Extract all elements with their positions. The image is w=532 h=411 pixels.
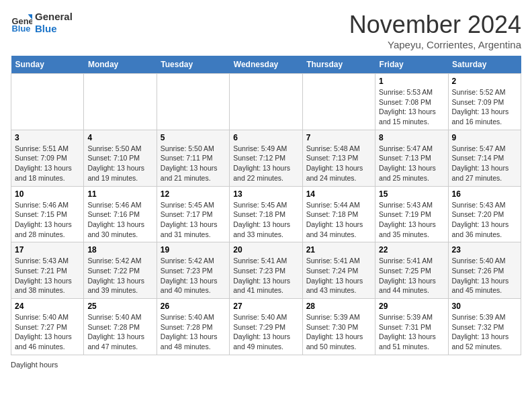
calendar-cell: 11Sunrise: 5:46 AMSunset: 7:16 PMDayligh… xyxy=(84,186,157,242)
day-info: Sunrise: 5:45 AMSunset: 7:18 PMDaylight:… xyxy=(233,200,298,240)
calendar-cell: 14Sunrise: 5:44 AMSunset: 7:18 PMDayligh… xyxy=(302,186,375,242)
day-info: Sunrise: 5:39 AMSunset: 7:31 PMDaylight:… xyxy=(379,312,444,352)
weekday-header-saturday: Saturday xyxy=(448,56,521,74)
calendar-cell: 4Sunrise: 5:50 AMSunset: 7:10 PMDaylight… xyxy=(84,130,157,186)
week-row-2: 10Sunrise: 5:46 AMSunset: 7:15 PMDayligh… xyxy=(11,186,521,242)
calendar: SundayMondayTuesdayWednesdayThursdayFrid… xyxy=(11,56,521,355)
day-number: 14 xyxy=(306,189,371,199)
calendar-cell: 21Sunrise: 5:41 AMSunset: 7:24 PMDayligh… xyxy=(302,242,375,299)
calendar-cell: 1Sunrise: 5:53 AMSunset: 7:08 PMDaylight… xyxy=(375,74,448,130)
calendar-cell: 12Sunrise: 5:45 AMSunset: 7:17 PMDayligh… xyxy=(157,186,229,242)
weekday-header-thursday: Thursday xyxy=(302,56,375,74)
day-info: Sunrise: 5:44 AMSunset: 7:18 PMDaylight:… xyxy=(306,200,371,240)
day-number: 7 xyxy=(306,133,371,142)
day-info: Sunrise: 5:40 AMSunset: 7:28 PMDaylight:… xyxy=(87,312,152,352)
day-number: 19 xyxy=(161,245,226,255)
day-number: 2 xyxy=(452,77,517,86)
footer-note: Daylight hours xyxy=(11,361,521,369)
day-info: Sunrise: 5:42 AMSunset: 7:23 PMDaylight:… xyxy=(161,256,226,295)
calendar-cell: 23Sunrise: 5:40 AMSunset: 7:26 PMDayligh… xyxy=(448,242,521,299)
day-info: Sunrise: 5:41 AMSunset: 7:25 PMDaylight:… xyxy=(379,256,444,295)
calendar-cell: 27Sunrise: 5:40 AMSunset: 7:29 PMDayligh… xyxy=(230,299,302,355)
day-number: 25 xyxy=(87,302,152,311)
calendar-cell: 5Sunrise: 5:50 AMSunset: 7:11 PMDaylight… xyxy=(157,130,229,186)
calendar-cell xyxy=(230,74,302,130)
day-info: Sunrise: 5:45 AMSunset: 7:17 PMDaylight:… xyxy=(161,200,226,240)
day-number: 30 xyxy=(452,302,517,311)
calendar-cell: 10Sunrise: 5:46 AMSunset: 7:15 PMDayligh… xyxy=(11,186,84,242)
day-number: 29 xyxy=(379,302,444,311)
calendar-cell: 6Sunrise: 5:49 AMSunset: 7:12 PMDaylight… xyxy=(230,130,302,186)
calendar-cell: 2Sunrise: 5:52 AMSunset: 7:09 PMDaylight… xyxy=(448,74,521,130)
calendar-cell: 25Sunrise: 5:40 AMSunset: 7:28 PMDayligh… xyxy=(84,299,157,355)
day-info: Sunrise: 5:47 AMSunset: 7:14 PMDaylight:… xyxy=(452,144,517,183)
day-number: 26 xyxy=(161,302,226,311)
day-info: Sunrise: 5:47 AMSunset: 7:13 PMDaylight:… xyxy=(379,144,444,183)
calendar-cell: 29Sunrise: 5:39 AMSunset: 7:31 PMDayligh… xyxy=(375,299,448,355)
logo-line2: Blue xyxy=(35,23,73,35)
day-number: 23 xyxy=(452,245,517,255)
day-number: 4 xyxy=(87,133,152,142)
calendar-cell: 30Sunrise: 5:39 AMSunset: 7:32 PMDayligh… xyxy=(448,299,521,355)
day-number: 9 xyxy=(452,133,517,142)
day-number: 27 xyxy=(233,302,298,311)
weekday-header-sunday: Sunday xyxy=(11,56,84,74)
calendar-cell xyxy=(157,74,229,130)
day-info: Sunrise: 5:49 AMSunset: 7:12 PMDaylight:… xyxy=(233,144,298,183)
calendar-cell: 28Sunrise: 5:39 AMSunset: 7:30 PMDayligh… xyxy=(302,299,375,355)
logo-icon: General Blue xyxy=(11,12,32,34)
weekday-header-monday: Monday xyxy=(84,56,157,74)
day-number: 12 xyxy=(161,189,226,199)
day-info: Sunrise: 5:40 AMSunset: 7:26 PMDaylight:… xyxy=(452,256,517,295)
day-info: Sunrise: 5:41 AMSunset: 7:23 PMDaylight:… xyxy=(233,256,298,295)
day-info: Sunrise: 5:51 AMSunset: 7:09 PMDaylight:… xyxy=(15,144,80,183)
calendar-cell: 15Sunrise: 5:43 AMSunset: 7:19 PMDayligh… xyxy=(375,186,448,242)
title-area: November 2024 Yapeyu, Corrientes, Argent… xyxy=(349,11,521,50)
calendar-cell xyxy=(84,74,157,130)
weekday-header-wednesday: Wednesday xyxy=(230,56,302,74)
day-info: Sunrise: 5:46 AMSunset: 7:16 PMDaylight:… xyxy=(87,200,152,240)
svg-text:Blue: Blue xyxy=(12,24,31,34)
calendar-cell xyxy=(302,74,375,130)
calendar-cell: 24Sunrise: 5:40 AMSunset: 7:27 PMDayligh… xyxy=(11,299,84,355)
header: General Blue General Blue November 2024 … xyxy=(11,11,521,50)
day-number: 24 xyxy=(15,302,80,311)
day-info: Sunrise: 5:42 AMSunset: 7:22 PMDaylight:… xyxy=(87,256,152,295)
day-info: Sunrise: 5:39 AMSunset: 7:32 PMDaylight:… xyxy=(452,312,517,352)
week-row-4: 24Sunrise: 5:40 AMSunset: 7:27 PMDayligh… xyxy=(11,299,521,355)
day-info: Sunrise: 5:43 AMSunset: 7:20 PMDaylight:… xyxy=(452,200,517,240)
day-number: 17 xyxy=(15,245,80,255)
calendar-cell: 19Sunrise: 5:42 AMSunset: 7:23 PMDayligh… xyxy=(157,242,229,299)
day-number: 11 xyxy=(87,189,152,199)
calendar-cell: 26Sunrise: 5:40 AMSunset: 7:28 PMDayligh… xyxy=(157,299,229,355)
subtitle: Yapeyu, Corrientes, Argentina xyxy=(349,39,521,50)
day-info: Sunrise: 5:52 AMSunset: 7:09 PMDaylight:… xyxy=(452,87,517,127)
month-title: November 2024 xyxy=(349,11,521,39)
day-info: Sunrise: 5:40 AMSunset: 7:28 PMDaylight:… xyxy=(161,312,226,352)
day-number: 13 xyxy=(233,189,298,199)
day-info: Sunrise: 5:41 AMSunset: 7:24 PMDaylight:… xyxy=(306,256,371,295)
calendar-cell: 3Sunrise: 5:51 AMSunset: 7:09 PMDaylight… xyxy=(11,130,84,186)
weekday-header-row: SundayMondayTuesdayWednesdayThursdayFrid… xyxy=(11,56,521,74)
weekday-header-tuesday: Tuesday xyxy=(157,56,229,74)
day-number: 5 xyxy=(161,133,226,142)
day-number: 18 xyxy=(87,245,152,255)
week-row-0: 1Sunrise: 5:53 AMSunset: 7:08 PMDaylight… xyxy=(11,74,521,130)
daylight-label: Daylight hours xyxy=(11,361,58,369)
day-number: 20 xyxy=(233,245,298,255)
day-info: Sunrise: 5:50 AMSunset: 7:10 PMDaylight:… xyxy=(87,144,152,183)
day-number: 22 xyxy=(379,245,444,255)
day-info: Sunrise: 5:40 AMSunset: 7:27 PMDaylight:… xyxy=(15,312,80,352)
weekday-header-friday: Friday xyxy=(375,56,448,74)
calendar-cell: 18Sunrise: 5:42 AMSunset: 7:22 PMDayligh… xyxy=(84,242,157,299)
day-info: Sunrise: 5:48 AMSunset: 7:13 PMDaylight:… xyxy=(306,144,371,183)
logo: General Blue General Blue xyxy=(11,11,73,35)
day-info: Sunrise: 5:39 AMSunset: 7:30 PMDaylight:… xyxy=(306,312,371,352)
calendar-cell: 22Sunrise: 5:41 AMSunset: 7:25 PMDayligh… xyxy=(375,242,448,299)
week-row-1: 3Sunrise: 5:51 AMSunset: 7:09 PMDaylight… xyxy=(11,130,521,186)
day-number: 10 xyxy=(15,189,80,199)
calendar-cell xyxy=(11,74,84,130)
day-info: Sunrise: 5:53 AMSunset: 7:08 PMDaylight:… xyxy=(379,87,444,127)
day-info: Sunrise: 5:46 AMSunset: 7:15 PMDaylight:… xyxy=(15,200,80,240)
day-info: Sunrise: 5:43 AMSunset: 7:21 PMDaylight:… xyxy=(15,256,80,295)
